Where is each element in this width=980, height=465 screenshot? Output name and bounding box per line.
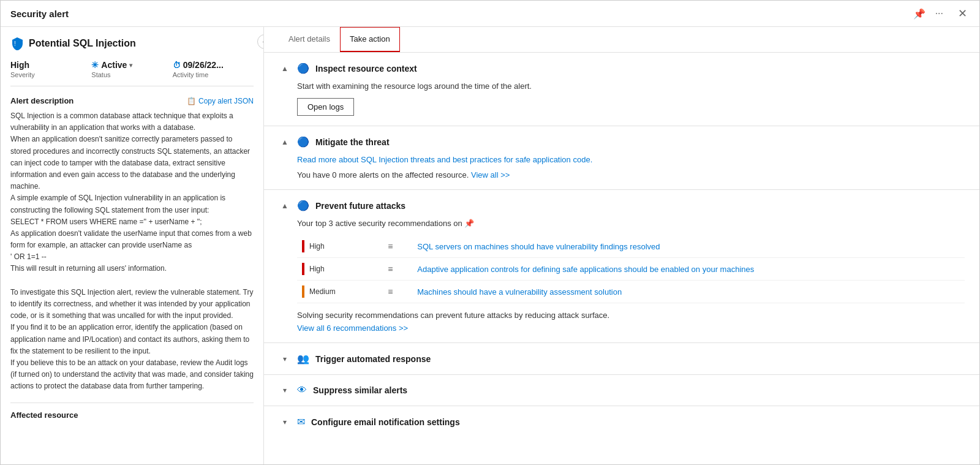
rec-icon-cell-3: ≡	[383, 281, 412, 303]
recommendations-table: High ≡ SQL servers on machines should ha…	[297, 235, 965, 303]
prevent-attacks-chevron[interactable]: ▲	[279, 202, 291, 210]
tab-alert-details[interactable]: Alert details	[279, 27, 340, 52]
rec-text-cell-3: Machines should have a vulnerability ass…	[412, 281, 965, 303]
activity-meta: ⏱ 09/26/22... Activity time	[173, 60, 254, 78]
trigger-response-chevron[interactable]: ▾	[279, 355, 291, 363]
rec-list-icon-1: ≡	[388, 241, 393, 251]
activity-label: Activity time	[173, 71, 249, 78]
trigger-response-title: Trigger automated response	[315, 354, 431, 364]
inspect-resource-description: Start with examining the resource logs a…	[297, 81, 965, 91]
severity-label: Severity	[10, 71, 86, 78]
open-logs-button[interactable]: Open logs	[297, 98, 354, 116]
email-notification-icon: ✉	[297, 416, 305, 428]
copy-alert-json-link[interactable]: 📋 Copy alert JSON	[187, 97, 254, 105]
email-notification-section: ▾ ✉ Configure email notification setting…	[264, 406, 979, 437]
affected-resource-title: Affected resource	[10, 410, 254, 420]
status-meta[interactable]: ✳ Active ▾ Status	[91, 60, 172, 78]
pin-icon: 📌	[913, 9, 925, 19]
prevent-attacks-section: ▲ 🔵 Prevent future attacks Your top 3 ac…	[264, 190, 979, 343]
email-notification-chevron[interactable]: ▾	[279, 418, 291, 426]
inspect-resource-icon: 🔵	[297, 62, 309, 74]
close-button[interactable]: ✕	[956, 6, 970, 21]
top-rec-text: Your top 3 active security recommendatio…	[297, 219, 965, 228]
panel-header: Security alert 📌 ··· ✕	[1, 1, 979, 27]
solving-text: Solving security recommendations can pre…	[297, 311, 965, 320]
mitigate-threat-header[interactable]: ▲ 🔵 Mitigate the threat	[279, 136, 965, 148]
active-spinner-icon: ✳	[91, 60, 99, 70]
mitigate-threat-content: Read more about SQL Injection threats an…	[279, 155, 965, 180]
status-value: ✳ Active ▾	[91, 60, 167, 70]
alert-meta: High Severity ✳ Active ▾ Status ⏱ 09/26/…	[10, 60, 254, 86]
suppress-alerts-title: Suppress similar alerts	[313, 385, 407, 395]
prevent-attacks-content: Your top 3 active security recommendatio…	[279, 219, 965, 333]
prevent-attacks-header[interactable]: ▲ 🔵 Prevent future attacks	[279, 200, 965, 211]
prevent-attacks-title: Prevent future attacks	[315, 201, 405, 211]
rec-link-2[interactable]: Adaptive application controls for defini…	[417, 265, 754, 274]
view-all-recommendations-link[interactable]: View all 6 recommendations >>	[297, 323, 408, 333]
severity-value: High	[10, 60, 86, 70]
view-all-alerts-link[interactable]: View all >>	[471, 170, 510, 180]
dropdown-arrow-icon: ▾	[129, 62, 132, 69]
inspect-resource-title: Inspect resource context	[315, 64, 417, 74]
mitigate-threat-icon: 🔵	[297, 136, 309, 148]
description-header: Alert description 📋 Copy alert JSON	[10, 96, 254, 105]
rec-text-cell-1: SQL servers on machines should have vuln…	[412, 235, 965, 258]
rec-list-icon-2: ≡	[388, 264, 393, 274]
inspect-resource-header[interactable]: ▲ 🔵 Inspect resource context	[279, 62, 965, 74]
rec-text-cell-2: Adaptive application controls for defini…	[412, 258, 965, 281]
clock-icon: ⏱	[173, 61, 181, 70]
trigger-response-header[interactable]: ▾ 👥 Trigger automated response	[279, 353, 965, 365]
right-content: ▲ 🔵 Inspect resource context Start with …	[264, 53, 979, 464]
more-options-button[interactable]: ···	[933, 7, 946, 20]
tabs-bar: Alert details Take action	[264, 27, 979, 53]
collapse-panel-button[interactable]: «	[257, 34, 264, 49]
rec-icon-cell-2: ≡	[383, 258, 412, 281]
rec-list-icon-3: ≡	[388, 287, 393, 297]
inspect-resource-content: Start with examining the resource logs a…	[279, 81, 965, 116]
description-section-title: Alert description	[10, 96, 74, 105]
pin-button[interactable]: 📌	[911, 7, 928, 21]
severity-bar-high-icon	[302, 240, 304, 252]
table-row: High ≡ Adaptive application controls for…	[297, 258, 965, 281]
severity-bar-medium-icon	[302, 285, 304, 298]
trigger-response-icon: 👥	[297, 353, 309, 365]
inspect-resource-section: ▲ 🔵 Inspect resource context Start with …	[264, 53, 979, 126]
inspect-resource-chevron[interactable]: ▲	[279, 64, 291, 73]
table-row: Medium ≡ Machines should have a vulnerab…	[297, 281, 965, 303]
severity-meta: High Severity	[10, 60, 91, 78]
suppress-alerts-icon: 👁	[297, 385, 307, 396]
suppress-alerts-header[interactable]: ▾ 👁 Suppress similar alerts	[279, 385, 965, 396]
activity-value: ⏱ 09/26/22...	[173, 60, 249, 70]
status-label: Status	[91, 71, 167, 78]
email-notification-title: Configure email notification settings	[311, 417, 460, 427]
resource-pin-icon: 📌	[464, 219, 474, 228]
trigger-response-section: ▾ 👥 Trigger automated response	[264, 343, 979, 375]
alert-main-title: Potential SQL Injection	[29, 38, 136, 49]
severity-bar-high-icon-2	[302, 263, 304, 275]
shield-icon: !	[10, 37, 24, 50]
read-more-link[interactable]: Read more about SQL Injection threats an…	[297, 155, 592, 164]
rec-link-1[interactable]: SQL servers on machines should have vuln…	[417, 242, 660, 251]
copy-icon: 📋	[187, 97, 196, 105]
email-notification-header[interactable]: ▾ ✉ Configure email notification setting…	[279, 416, 965, 428]
suppress-alerts-section: ▾ 👁 Suppress similar alerts	[264, 375, 979, 406]
right-panel: Alert details Take action ▲ 🔵 Inspect re…	[264, 27, 979, 464]
rec-severity-cell-2: High	[297, 258, 383, 281]
close-icon: ✕	[958, 7, 967, 20]
alert-description-section: Alert description 📋 Copy alert JSON SQL …	[10, 96, 254, 393]
table-row: High ≡ SQL servers on machines should ha…	[297, 235, 965, 258]
rec-severity-cell-1: High	[297, 235, 383, 258]
panel-title: Security alert	[10, 9, 911, 19]
panel-header-actions: 📌 ··· ✕	[911, 6, 970, 21]
alerts-info: You have 0 more alerts on the affected r…	[297, 170, 965, 180]
mitigate-threat-chevron[interactable]: ▲	[279, 138, 291, 146]
tab-take-action[interactable]: Take action	[340, 27, 400, 52]
panel-body: « ! Potential SQL Injection High Severit…	[1, 27, 979, 464]
left-panel: « ! Potential SQL Injection High Severit…	[1, 27, 264, 464]
rec-severity-cell-3: Medium	[297, 281, 383, 303]
suppress-alerts-chevron[interactable]: ▾	[279, 386, 291, 395]
rec-link-3[interactable]: Machines should have a vulnerability ass…	[417, 287, 622, 297]
mitigate-threat-title: Mitigate the threat	[315, 137, 390, 147]
more-icon: ···	[935, 8, 943, 18]
mitigate-threat-section: ▲ 🔵 Mitigate the threat Read more about …	[264, 126, 979, 190]
